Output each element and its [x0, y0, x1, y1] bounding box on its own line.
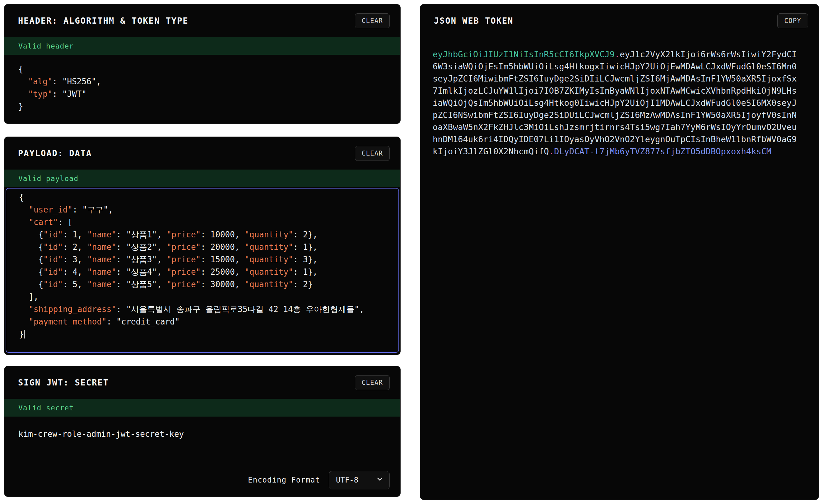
text-cursor	[24, 330, 25, 338]
jwt-panel: JSON WEB TOKEN COPY eyJhbGciOiJIUzI1NiIs…	[420, 4, 819, 500]
encoding-format-select[interactable]: UTF-8	[329, 471, 390, 489]
secret-clear-button[interactable]: CLEAR	[355, 375, 390, 390]
payload-panel-title: PAYLOAD: DATA	[18, 148, 92, 158]
jwt-separator-1: .	[615, 49, 620, 59]
jwt-separator-2: .	[549, 147, 554, 156]
jwt-payload-segment: eyJ1c2VyX2lkIjoi6rWs6rWsIiwiY2FydCI6W3si…	[433, 49, 797, 156]
payload-status-badge: Valid payload	[4, 170, 400, 187]
copy-token-button[interactable]: COPY	[777, 13, 808, 28]
header-panel-title: HEADER: ALGORITHM & TOKEN TYPE	[18, 16, 188, 25]
secret-input[interactable]: kim-crew-role-admin-jwt-secret-key	[4, 416, 400, 466]
encoding-format-label: Encoding Format	[248, 476, 320, 484]
payload-status-text: Valid payload	[18, 175, 78, 183]
jwt-panel-titlebar: JSON WEB TOKEN COPY	[420, 4, 819, 37]
payload-clear-button[interactable]: CLEAR	[355, 146, 390, 161]
jwt-token-area: eyJhbGciOiJIUzI1NiIsInR5cCI6IkpXVCJ9.eyJ…	[420, 37, 810, 169]
encoding-footer: Encoding Format UTF-8	[4, 466, 400, 497]
secret-status-badge: Valid secret	[4, 399, 400, 416]
payload-panel: PAYLOAD: DATA CLEAR Valid payload { "use…	[4, 137, 400, 355]
secret-panel-title: SIGN JWT: SECRET	[18, 378, 109, 387]
header-panel-titlebar: HEADER: ALGORITHM & TOKEN TYPE CLEAR	[4, 4, 400, 37]
chevron-down-icon	[376, 475, 384, 485]
jwt-panel-title: JSON WEB TOKEN	[434, 16, 513, 25]
jwt-signature-segment: DLyDCAT-t7jMb6yTVZ877sfjbZTO5dDBOpxoxh4k…	[554, 147, 771, 156]
payload-panel-titlebar: PAYLOAD: DATA CLEAR	[4, 137, 400, 170]
jwt-token[interactable]: eyJhbGciOiJIUzI1NiIsInR5cCI6IkpXVCJ9.eyJ…	[433, 48, 797, 157]
header-clear-button[interactable]: CLEAR	[355, 13, 390, 28]
encoding-format-value: UTF-8	[336, 476, 358, 484]
left-column: HEADER: ALGORITHM & TOKEN TYPE CLEAR Val…	[4, 4, 400, 497]
secret-panel-titlebar: SIGN JWT: SECRET CLEAR	[4, 366, 400, 399]
secret-status-text: Valid secret	[18, 404, 74, 412]
header-panel: HEADER: ALGORITHM & TOKEN TYPE CLEAR Val…	[4, 4, 400, 124]
jwt-header-segment: eyJhbGciOiJIUzI1NiIsInR5cCI6IkpXVCJ9	[433, 49, 615, 59]
header-json-editor[interactable]: { "alg": "HS256", "typ": "JWT" }	[4, 55, 400, 121]
payload-json-editor[interactable]: { "user_id": "구구", "cart": [ {"id": 1, "…	[6, 188, 399, 353]
header-status-badge: Valid header	[4, 37, 400, 55]
secret-panel: SIGN JWT: SECRET CLEAR Valid secret kim-…	[4, 366, 400, 497]
header-status-text: Valid header	[18, 42, 74, 50]
